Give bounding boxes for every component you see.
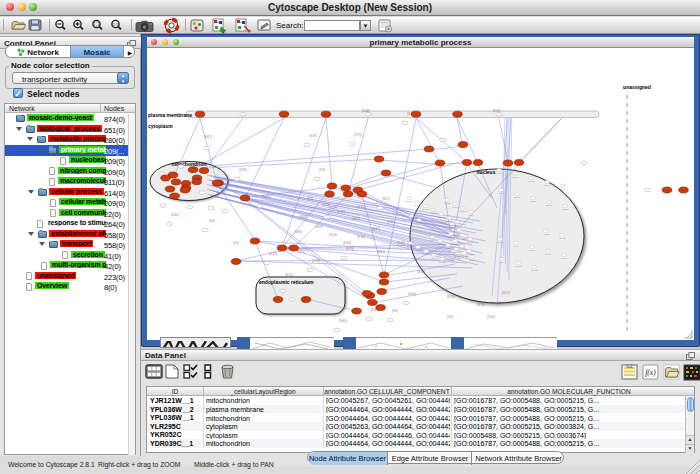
svg-text:(G:74): (G:74) bbox=[429, 239, 436, 242]
svg-text:(S:0): (S:0) bbox=[447, 315, 453, 319]
svg-text:(G:44): (G:44) bbox=[545, 253, 552, 256]
svg-text:(S:70): (S:70) bbox=[357, 205, 365, 209]
svg-text:(G:26): (G:26) bbox=[439, 261, 446, 264]
svg-text:(S:14): (S:14) bbox=[329, 233, 337, 237]
svg-text:(G:60): (G:60) bbox=[438, 216, 445, 219]
svg-text:(S:86): (S:86) bbox=[299, 215, 307, 219]
svg-text:(G:6): (G:6) bbox=[437, 243, 443, 246]
svg-text:(G:24): (G:24) bbox=[414, 204, 421, 207]
svg-text:(G:21): (G:21) bbox=[452, 243, 459, 246]
svg-text:(S:40): (S:40) bbox=[339, 319, 347, 323]
svg-text:(S:25): (S:25) bbox=[297, 250, 305, 254]
svg-text:(S:15): (S:15) bbox=[337, 210, 345, 214]
svg-text:(G:22): (G:22) bbox=[543, 233, 550, 236]
svg-text:(G:24): (G:24) bbox=[529, 249, 536, 252]
svg-text:(G:56): (G:56) bbox=[530, 200, 537, 203]
svg-text:(G:74): (G:74) bbox=[560, 188, 567, 191]
svg-text:(S:35): (S:35) bbox=[309, 134, 317, 138]
svg-text:(G:42): (G:42) bbox=[461, 255, 468, 258]
svg-text:(S:60): (S:60) bbox=[171, 213, 179, 217]
svg-text:(G:36): (G:36) bbox=[422, 208, 429, 211]
svg-text:(G:72): (G:72) bbox=[446, 220, 453, 223]
svg-text:(G:58): (G:58) bbox=[407, 245, 414, 248]
svg-text:(S:85): (S:85) bbox=[387, 220, 395, 224]
svg-text:(S:64): (S:64) bbox=[343, 241, 351, 245]
svg-text:(S:79): (S:79) bbox=[346, 247, 354, 251]
svg-text:(G:52): (G:52) bbox=[444, 202, 451, 205]
svg-text:(G:14): (G:14) bbox=[431, 257, 438, 260]
svg-text:(G:64): (G:64) bbox=[497, 241, 504, 244]
svg-text:(S:78): (S:78) bbox=[477, 303, 485, 307]
svg-text:(S:85): (S:85) bbox=[377, 250, 385, 254]
svg-text:(G:42): (G:42) bbox=[559, 237, 566, 240]
svg-text:(S:70): (S:70) bbox=[447, 295, 455, 299]
svg-text:(S:79): (S:79) bbox=[312, 259, 320, 263]
svg-text:(S:51): (S:51) bbox=[502, 291, 510, 295]
svg-text:mitochondrion: mitochondrion bbox=[172, 160, 207, 166]
svg-text:(S:46): (S:46) bbox=[397, 241, 405, 245]
svg-text:(S:45): (S:45) bbox=[262, 195, 270, 199]
svg-text:(S:12): (S:12) bbox=[285, 273, 293, 277]
svg-text:(G:48): (G:48) bbox=[430, 212, 437, 215]
svg-text:(G:26): (G:26) bbox=[515, 265, 522, 268]
svg-text:f(x): f(x) bbox=[645, 368, 656, 377]
svg-text:(G:46): (G:46) bbox=[531, 269, 538, 272]
svg-text:(S:39): (S:39) bbox=[239, 168, 247, 172]
svg-text:(G:12): (G:12) bbox=[406, 200, 413, 203]
svg-text:(G:32): (G:32) bbox=[408, 218, 415, 221]
svg-text:(S:33): (S:33) bbox=[269, 252, 277, 256]
svg-text:plasma membrane: plasma membrane bbox=[148, 111, 192, 117]
svg-text:nucleus: nucleus bbox=[477, 169, 496, 175]
svg-text:(S:9): (S:9) bbox=[319, 168, 325, 172]
svg-text:(G:76): (G:76) bbox=[460, 210, 467, 213]
svg-text:(S:54): (S:54) bbox=[315, 225, 323, 229]
svg-text:(S:47): (S:47) bbox=[382, 197, 390, 201]
svg-text:(S:86): (S:86) bbox=[294, 230, 302, 234]
svg-text:endoplasmic reticulum: endoplasmic reticulum bbox=[259, 278, 314, 284]
svg-text:(G:16): (G:16) bbox=[498, 192, 505, 195]
svg-text:(G:4): (G:4) bbox=[513, 245, 519, 248]
svg-text:(G:34): (G:34) bbox=[528, 180, 535, 183]
svg-text:(G:8): (G:8) bbox=[468, 214, 474, 217]
svg-text:(G:64): (G:64) bbox=[452, 206, 459, 209]
svg-text:(G:34): (G:34) bbox=[467, 241, 474, 244]
svg-text:(S:2): (S:2) bbox=[307, 197, 313, 201]
svg-text:(S:4): (S:4) bbox=[233, 241, 239, 245]
svg-text:(G:35): (G:35) bbox=[454, 255, 461, 258]
svg-text:(G:18): (G:18) bbox=[445, 247, 452, 250]
svg-text:(S:77): (S:77) bbox=[329, 206, 337, 210]
svg-text:(G:54): (G:54) bbox=[544, 184, 551, 187]
svg-text:(G:30): (G:30) bbox=[453, 251, 460, 254]
svg-text:1:1: 1:1 bbox=[113, 22, 119, 27]
svg-text:(G:54): (G:54) bbox=[469, 259, 476, 262]
svg-text:(S:30): (S:30) bbox=[487, 315, 495, 319]
svg-text:(S:9): (S:9) bbox=[392, 309, 398, 313]
svg-text:(G:2): (G:2) bbox=[423, 253, 429, 256]
svg-text:(G:14): (G:14) bbox=[512, 176, 519, 179]
svg-text:(G:6): (G:6) bbox=[499, 261, 505, 264]
svg-text:unassigned: unassigned bbox=[623, 83, 651, 89]
svg-text:(S:81): (S:81) bbox=[204, 135, 212, 139]
svg-text:(G:64): (G:64) bbox=[561, 257, 568, 260]
svg-text:(S:79): (S:79) bbox=[354, 133, 362, 137]
svg-text:(G:74): (G:74) bbox=[496, 172, 503, 175]
svg-text:(S:47): (S:47) bbox=[372, 227, 380, 231]
svg-text:(G:76): (G:76) bbox=[546, 204, 553, 207]
svg-text:(S:0): (S:0) bbox=[209, 219, 215, 223]
svg-text:(G:10): (G:10) bbox=[448, 236, 455, 239]
svg-text:(G:22): (G:22) bbox=[459, 237, 466, 240]
svg-text:(S:40): (S:40) bbox=[408, 292, 416, 296]
svg-text:(G:70): (G:70) bbox=[415, 249, 422, 252]
svg-text:(G:4): (G:4) bbox=[454, 224, 460, 227]
svg-text:(G:16): (G:16) bbox=[562, 208, 569, 211]
svg-text:cytoplasm: cytoplasm bbox=[148, 123, 173, 129]
svg-text:(G:33): (G:33) bbox=[459, 248, 466, 251]
svg-text:(S:67): (S:67) bbox=[352, 217, 360, 221]
svg-text:(S:45): (S:45) bbox=[417, 270, 425, 274]
svg-text:(G:36): (G:36) bbox=[514, 196, 521, 199]
svg-text:(S:10): (S:10) bbox=[357, 235, 365, 239]
svg-text:(G:44): (G:44) bbox=[416, 222, 423, 225]
